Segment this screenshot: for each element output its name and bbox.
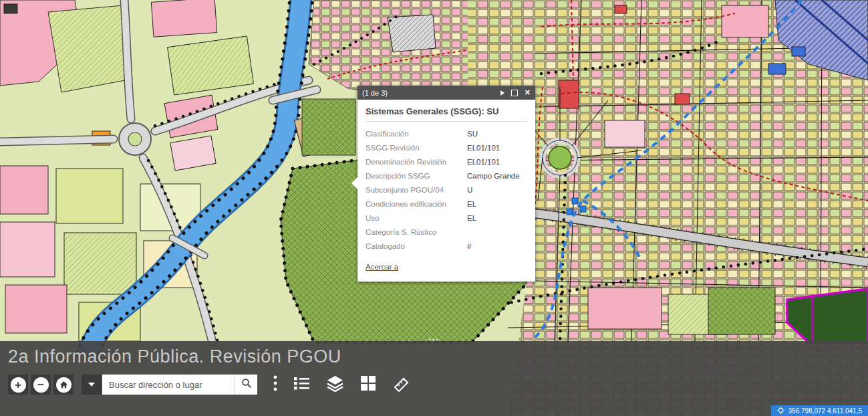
legend-button[interactable] bbox=[293, 376, 310, 393]
vertical-dots-icon bbox=[273, 375, 277, 394]
search-box bbox=[102, 375, 257, 395]
attribution-toggle[interactable]: ••• bbox=[429, 336, 439, 343]
field-label: Condiciones edificación bbox=[366, 199, 467, 209]
minus-icon: − bbox=[33, 377, 49, 393]
layers-button[interactable] bbox=[326, 375, 344, 395]
field-row: Denominación Revisión EL01/101 bbox=[366, 155, 527, 169]
field-label: Uso bbox=[366, 213, 467, 223]
measure-ruler-icon bbox=[392, 375, 410, 395]
measure-button[interactable] bbox=[392, 375, 410, 395]
field-row: SSGG Revisión EL01/101 bbox=[366, 141, 527, 155]
field-row: Descripción SSGG Campo Grande bbox=[366, 169, 527, 183]
page-title: 2a Información Pública. Revisión PGOU bbox=[0, 341, 868, 367]
field-row: Uso EL bbox=[366, 211, 527, 225]
search-icon bbox=[241, 378, 252, 391]
crosshair-icon bbox=[777, 407, 784, 415]
popup-title: Sistemas Generales (SSGG): SU bbox=[366, 106, 527, 122]
popup-pagination: (1 de 3) bbox=[362, 89, 388, 97]
zoom-to-link[interactable]: Acercar a bbox=[366, 263, 398, 271]
layers-icon bbox=[326, 375, 344, 395]
search-button[interactable] bbox=[235, 375, 257, 395]
popup-fields: Clasificación SU SSGG Revisión EL01/101 … bbox=[366, 127, 527, 253]
home-icon bbox=[56, 377, 71, 393]
field-label: Clasificación bbox=[366, 129, 467, 139]
overflow-menu-button[interactable] bbox=[273, 375, 277, 394]
field-value: EL bbox=[467, 213, 476, 223]
search-source-dropdown[interactable] bbox=[82, 375, 102, 395]
maximize-icon[interactable] bbox=[511, 90, 518, 96]
field-label: Categoría S. Rústico bbox=[366, 227, 467, 237]
home-button[interactable] bbox=[53, 375, 74, 395]
footer-bar: 2a Información Pública. Revisión PGOU + … bbox=[0, 341, 868, 416]
popup-header[interactable]: (1 de 3) ✕ bbox=[357, 86, 535, 100]
grid-icon bbox=[360, 375, 376, 394]
field-label: Catalogado bbox=[366, 241, 467, 251]
coordinates-text: 356.798,072 4.611.041,5 bbox=[788, 407, 862, 415]
field-row: Clasificación SU bbox=[366, 127, 527, 141]
field-label: Descripción SSGG bbox=[366, 171, 467, 181]
next-feature-icon[interactable] bbox=[500, 90, 504, 96]
field-value: EL bbox=[467, 199, 476, 209]
feature-popup: (1 de 3) ✕ Sistemas Generales (SSGG): SU… bbox=[357, 86, 535, 282]
field-row: Condiciones edificación EL bbox=[366, 197, 527, 211]
zoom-out-button[interactable]: − bbox=[31, 375, 51, 395]
field-label: Denominación Revisión bbox=[366, 157, 467, 167]
field-row: Subconjunto PGOU/04 U bbox=[366, 183, 527, 197]
close-icon[interactable]: ✕ bbox=[525, 89, 531, 96]
toolbar: + − bbox=[8, 374, 410, 395]
field-label: Subconjunto PGOU/04 bbox=[366, 185, 467, 195]
plus-icon: + bbox=[11, 377, 26, 393]
field-label: SSGG Revisión bbox=[366, 143, 467, 153]
zoom-in-button[interactable]: + bbox=[8, 375, 28, 395]
field-value: # bbox=[467, 241, 471, 251]
field-value: U bbox=[467, 185, 472, 195]
chevron-down-icon bbox=[88, 383, 95, 387]
field-value: EL01/101 bbox=[467, 143, 500, 153]
basemap-gallery-button[interactable] bbox=[360, 375, 376, 394]
field-value: EL01/101 bbox=[467, 157, 500, 167]
field-value: Campo Grande bbox=[467, 171, 520, 181]
legend-icon bbox=[293, 376, 310, 393]
popup-pointer bbox=[351, 177, 358, 190]
field-row: Catalogado # bbox=[366, 239, 527, 253]
map-application: (1 de 3) ✕ Sistemas Generales (SSGG): SU… bbox=[0, 0, 868, 416]
search-input[interactable] bbox=[102, 375, 235, 395]
popup-body: Sistemas Generales (SSGG): SU Clasificac… bbox=[357, 100, 535, 282]
field-row: Categoría S. Rústico bbox=[366, 225, 527, 239]
coordinates-display: 356.798,072 4.611.041,5 bbox=[771, 405, 868, 416]
field-value: SU bbox=[467, 129, 478, 139]
